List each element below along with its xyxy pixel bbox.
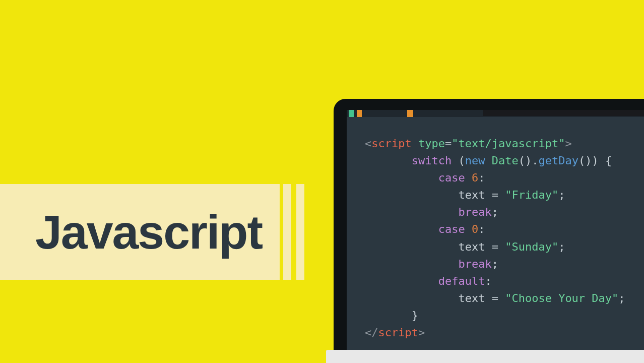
tabbar-dark-region [483,110,644,116]
laptop-base [326,350,644,363]
title-text: Javascript [35,205,262,260]
tab-indicator-green [349,110,354,117]
tab-indicator-orange-2 [407,110,413,117]
tab-indicator-orange [357,110,362,117]
laptop: <script type="text/javascript"> switch (… [334,99,644,363]
code-block: <script type="text/javascript"> switch (… [347,117,644,346]
editor-tabbar [347,110,644,117]
code-editor-screen: <script type="text/javascript"> switch (… [347,110,644,350]
laptop-bezel: <script type="text/javascript"> switch (… [334,99,644,350]
decorative-bar-1 [283,184,291,280]
decorative-bar-2 [296,184,304,280]
title-band: Javascript [0,184,280,280]
